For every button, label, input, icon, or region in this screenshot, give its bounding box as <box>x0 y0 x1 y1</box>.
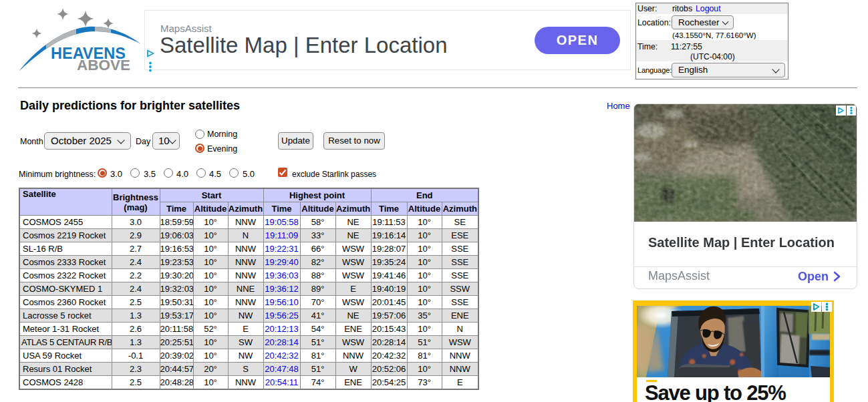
svg-text:ABOVE: ABOVE <box>77 57 130 73</box>
